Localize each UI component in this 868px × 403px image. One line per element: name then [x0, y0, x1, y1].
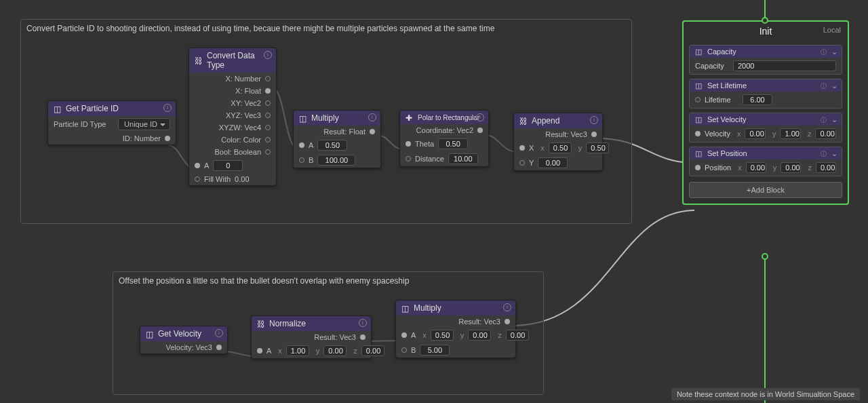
b-value[interactable]: 5.00 [420, 345, 450, 356]
port-in[interactable] [519, 145, 525, 151]
flow-port-bottom[interactable] [762, 253, 768, 260]
result-label: Result: Vec3 [458, 318, 500, 326]
node-multiply-float[interactable]: ◫Multiplyi Result: Float A0.50 B100.00 [293, 110, 381, 168]
port-in[interactable] [401, 347, 407, 353]
port-out[interactable] [265, 76, 271, 81]
info-icon[interactable]: i [215, 329, 223, 337]
port-in[interactable] [195, 163, 200, 168]
node-title: Get Particle ID [66, 104, 119, 113]
context-init[interactable]: InitLocal ◫Capacityⓘ⌄ Capacity2000 ◫Set … [682, 20, 849, 205]
port-in[interactable] [695, 97, 701, 102]
info-icon[interactable]: i [264, 51, 272, 59]
pid-type-select[interactable]: Unique ID [118, 118, 170, 130]
node-normalize[interactable]: ⛓Normalizei Result: Vec3 Ax1.00y0.00z0.0… [251, 315, 372, 359]
lifetime-value[interactable]: 6.00 [743, 94, 772, 105]
group-title: Offset the position a little so that the… [119, 276, 409, 286]
info-icon[interactable]: ⓘ [821, 48, 827, 57]
pz[interactable]: 0.00 [816, 162, 836, 173]
block-set-velocity[interactable]: ◫Set Velocityⓘ⌄ Velocityx0.00y1.00z0.00 [689, 113, 842, 142]
port-out[interactable] [370, 129, 375, 134]
chevron-down-icon[interactable]: ⌄ [831, 115, 837, 124]
x-x[interactable]: 0.50 [549, 142, 572, 153]
plus-icon: ✚ [406, 113, 414, 121]
port-in[interactable] [299, 157, 304, 163]
vx[interactable]: 0.00 [745, 128, 766, 139]
block-capacity[interactable]: ◫Capacityⓘ⌄ Capacity2000 [689, 45, 842, 75]
port-in[interactable] [519, 160, 525, 166]
port-in[interactable] [257, 348, 262, 353]
node-multiply-vec3[interactable]: ◫Multiplyi Result: Vec3 Ax0.50y0.00z0.00… [395, 300, 516, 358]
port-out[interactable] [265, 137, 271, 142]
vz[interactable]: 0.00 [815, 128, 836, 139]
block-title: Set Velocity [707, 115, 746, 123]
theta-value[interactable]: 0.50 [438, 138, 468, 149]
add-block-button[interactable]: +Add Block [689, 182, 842, 198]
node-convert-data-type[interactable]: ⛓Convert Data Typei X: Number X: Float X… [189, 47, 277, 186]
port-out[interactable] [477, 128, 483, 133]
info-icon[interactable]: ⓘ [821, 82, 827, 91]
vy[interactable]: 1.00 [780, 128, 801, 139]
out-vec3: XYZ: Vec3 [226, 111, 261, 119]
port-out[interactable] [265, 125, 271, 130]
block-set-position[interactable]: ◫Set Positionⓘ⌄ Positionx0.00y0.00z0.00 [689, 147, 842, 176]
capacity-value[interactable]: 2000 [733, 60, 836, 71]
port-out[interactable] [265, 149, 271, 155]
info-icon[interactable]: ⓘ [821, 116, 827, 125]
in-a-value[interactable]: 0 [213, 160, 243, 171]
node-polar-to-rectangular[interactable]: ✚Polar to Rectangulari Coordinate: Vec2 … [399, 110, 489, 167]
b-value[interactable]: 100.00 [317, 155, 355, 166]
port-in[interactable] [401, 332, 407, 338]
a-value[interactable]: 0.50 [317, 140, 347, 151]
info-icon[interactable]: i [590, 116, 598, 124]
node-get-particle-id[interactable]: ◫Get Particle IDi Particle ID Type Uniqu… [47, 100, 176, 145]
ax[interactable]: 0.50 [431, 330, 454, 341]
info-icon[interactable]: i [476, 113, 484, 121]
info-icon[interactable]: i [359, 319, 367, 327]
ax[interactable]: 1.00 [286, 345, 309, 356]
az[interactable]: 0.00 [506, 330, 529, 341]
fill-value[interactable]: 0.00 [235, 175, 249, 183]
info-icon[interactable]: i [503, 303, 511, 311]
port-in[interactable] [195, 176, 200, 182]
info-icon[interactable]: i [368, 113, 376, 121]
info-icon[interactable]: i [163, 104, 172, 112]
px[interactable]: 0.00 [746, 162, 766, 173]
port-out[interactable] [165, 136, 170, 141]
info-icon[interactable]: ⓘ [821, 150, 827, 159]
context-space-label[interactable]: Local [823, 26, 841, 34]
port-out[interactable] [265, 100, 271, 106]
port-out[interactable] [216, 345, 222, 350]
y-value[interactable]: 0.00 [538, 157, 568, 168]
chevron-down-icon[interactable]: ⌄ [831, 149, 837, 158]
flow-port-top[interactable] [762, 17, 768, 24]
dist-value[interactable]: 10.00 [448, 153, 478, 164]
a-label: A [411, 331, 416, 339]
node-title: Append [532, 116, 559, 126]
port-out[interactable] [505, 319, 510, 324]
port-out[interactable] [360, 334, 366, 340]
port-out[interactable] [591, 132, 597, 137]
ay[interactable]: 0.00 [468, 330, 491, 341]
result-label: Result: Float [323, 128, 366, 136]
port-in[interactable] [299, 142, 304, 148]
az[interactable]: 0.00 [361, 345, 384, 356]
chevron-down-icon[interactable]: ⌄ [831, 81, 837, 90]
block-title: Set Lifetime [707, 81, 747, 90]
port-in[interactable] [695, 131, 701, 136]
py[interactable]: 0.00 [781, 162, 801, 173]
node-icon: ◫ [401, 304, 410, 312]
node-get-velocity[interactable]: ◫Get Velocityi Velocity: Vec3 [140, 326, 228, 354]
port-out[interactable] [265, 88, 271, 94]
y-label: Y [529, 159, 534, 167]
port-in[interactable] [695, 165, 701, 170]
port-in[interactable] [406, 156, 411, 161]
port-in[interactable] [406, 141, 411, 147]
x-y[interactable]: 0.50 [586, 142, 609, 153]
block-set-lifetime[interactable]: ◫Set Lifetimeⓘ⌄ Lifetime6.00 [689, 79, 842, 109]
in-a-label: A [204, 161, 209, 170]
ay[interactable]: 0.00 [323, 345, 347, 356]
port-out[interactable] [265, 113, 271, 118]
block-icon: ◫ [695, 115, 703, 123]
node-append[interactable]: ⛓Appendi Result: Vec3 Xx0.50y0.50 Y0.00 [513, 113, 603, 171]
chevron-down-icon[interactable]: ⌄ [831, 47, 837, 56]
